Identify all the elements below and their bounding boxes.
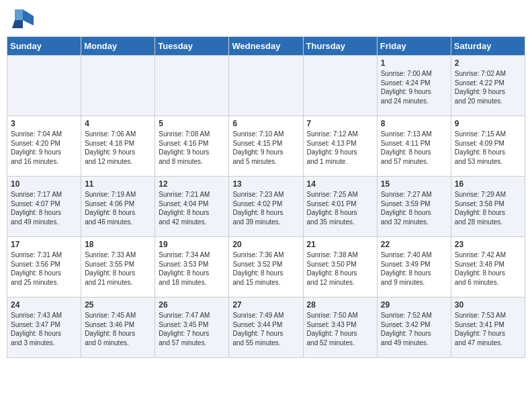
day-info: Sunrise: 7:47 AM Sunset: 3:45 PM Dayligh… bbox=[159, 311, 225, 347]
day-number: 23 bbox=[455, 240, 521, 249]
day-info: Sunrise: 7:29 AM Sunset: 3:58 PM Dayligh… bbox=[455, 190, 521, 226]
day-number: 15 bbox=[381, 179, 447, 189]
calendar-cell bbox=[303, 56, 377, 116]
day-info: Sunrise: 7:45 AM Sunset: 3:46 PM Dayligh… bbox=[85, 311, 151, 347]
calendar-cell bbox=[229, 56, 303, 116]
day-number: 10 bbox=[11, 179, 77, 189]
day-info: Sunrise: 7:19 AM Sunset: 4:06 PM Dayligh… bbox=[85, 190, 151, 226]
day-number: 29 bbox=[381, 300, 447, 310]
logo bbox=[9, 7, 36, 31]
day-number: 28 bbox=[307, 300, 373, 310]
calendar-cell: 24Sunrise: 7:43 AM Sunset: 3:47 PM Dayli… bbox=[7, 298, 81, 358]
svg-marker-1 bbox=[15, 9, 23, 20]
calendar-cell: 15Sunrise: 7:27 AM Sunset: 3:59 PM Dayli… bbox=[377, 177, 451, 237]
day-number: 14 bbox=[307, 179, 373, 189]
day-info: Sunrise: 7:08 AM Sunset: 4:16 PM Dayligh… bbox=[159, 130, 225, 166]
calendar-cell: 2Sunrise: 7:02 AM Sunset: 4:22 PM Daylig… bbox=[451, 56, 525, 116]
day-number: 13 bbox=[232, 179, 299, 189]
day-number: 1 bbox=[381, 58, 447, 68]
day-info: Sunrise: 7:17 AM Sunset: 4:07 PM Dayligh… bbox=[11, 190, 77, 226]
day-number: 21 bbox=[307, 240, 373, 249]
day-number: 2 bbox=[455, 58, 521, 68]
calendar-cell: 11Sunrise: 7:19 AM Sunset: 4:06 PM Dayli… bbox=[81, 177, 155, 237]
weekday-header-thursday: Thursday bbox=[303, 37, 377, 56]
day-number: 4 bbox=[85, 119, 151, 128]
calendar-cell: 7Sunrise: 7:12 AM Sunset: 4:13 PM Daylig… bbox=[303, 116, 377, 177]
weekday-header-friday: Friday bbox=[377, 37, 451, 56]
page-header bbox=[7, 7, 525, 31]
day-number: 27 bbox=[232, 300, 299, 310]
weekday-header-row: SundayMondayTuesdayWednesdayThursdayFrid… bbox=[7, 37, 525, 56]
day-info: Sunrise: 7:25 AM Sunset: 4:01 PM Dayligh… bbox=[307, 190, 373, 226]
calendar-cell: 1Sunrise: 7:00 AM Sunset: 4:24 PM Daylig… bbox=[377, 56, 451, 116]
day-number: 9 bbox=[455, 119, 521, 128]
calendar-cell: 16Sunrise: 7:29 AM Sunset: 3:58 PM Dayli… bbox=[451, 177, 525, 237]
day-info: Sunrise: 7:06 AM Sunset: 4:18 PM Dayligh… bbox=[85, 130, 151, 166]
calendar-cell: 6Sunrise: 7:10 AM Sunset: 4:15 PM Daylig… bbox=[229, 116, 303, 177]
day-number: 17 bbox=[11, 240, 77, 249]
calendar-cell: 20Sunrise: 7:36 AM Sunset: 3:52 PM Dayli… bbox=[229, 237, 303, 298]
calendar-cell: 9Sunrise: 7:15 AM Sunset: 4:09 PM Daylig… bbox=[451, 116, 525, 177]
calendar-cell: 21Sunrise: 7:38 AM Sunset: 3:50 PM Dayli… bbox=[303, 237, 377, 298]
svg-marker-0 bbox=[23, 9, 34, 26]
day-number: 16 bbox=[455, 179, 521, 189]
day-number: 19 bbox=[159, 240, 225, 249]
day-info: Sunrise: 7:27 AM Sunset: 3:59 PM Dayligh… bbox=[381, 190, 447, 226]
day-number: 7 bbox=[307, 119, 373, 128]
day-number: 3 bbox=[11, 119, 77, 128]
day-info: Sunrise: 7:53 AM Sunset: 3:41 PM Dayligh… bbox=[455, 311, 521, 347]
week-row-3: 17Sunrise: 7:31 AM Sunset: 3:56 PM Dayli… bbox=[7, 237, 525, 298]
calendar-cell: 4Sunrise: 7:06 AM Sunset: 4:18 PM Daylig… bbox=[81, 116, 155, 177]
day-number: 25 bbox=[85, 300, 151, 310]
day-number: 20 bbox=[232, 240, 299, 249]
week-row-4: 24Sunrise: 7:43 AM Sunset: 3:47 PM Dayli… bbox=[7, 298, 525, 358]
calendar-header: SundayMondayTuesdayWednesdayThursdayFrid… bbox=[7, 37, 525, 56]
svg-marker-2 bbox=[12, 20, 23, 28]
calendar-cell: 3Sunrise: 7:04 AM Sunset: 4:20 PM Daylig… bbox=[7, 116, 81, 177]
calendar-cell bbox=[81, 56, 155, 116]
day-number: 26 bbox=[159, 300, 225, 310]
weekday-header-monday: Monday bbox=[81, 37, 155, 56]
calendar-cell: 5Sunrise: 7:08 AM Sunset: 4:16 PM Daylig… bbox=[155, 116, 229, 177]
day-info: Sunrise: 7:02 AM Sunset: 4:22 PM Dayligh… bbox=[455, 69, 521, 105]
day-info: Sunrise: 7:13 AM Sunset: 4:11 PM Dayligh… bbox=[381, 130, 447, 166]
calendar-cell: 18Sunrise: 7:33 AM Sunset: 3:55 PM Dayli… bbox=[81, 237, 155, 298]
logo-icon bbox=[9, 7, 34, 31]
day-info: Sunrise: 7:49 AM Sunset: 3:44 PM Dayligh… bbox=[232, 311, 299, 347]
weekday-header-tuesday: Tuesday bbox=[155, 37, 229, 56]
calendar-cell: 17Sunrise: 7:31 AM Sunset: 3:56 PM Dayli… bbox=[7, 237, 81, 298]
day-number: 24 bbox=[11, 300, 77, 310]
day-number: 12 bbox=[159, 179, 225, 189]
day-info: Sunrise: 7:36 AM Sunset: 3:52 PM Dayligh… bbox=[232, 250, 299, 287]
day-info: Sunrise: 7:12 AM Sunset: 4:13 PM Dayligh… bbox=[307, 130, 373, 166]
calendar-body: 1Sunrise: 7:00 AM Sunset: 4:24 PM Daylig… bbox=[7, 56, 525, 358]
calendar-cell: 27Sunrise: 7:49 AM Sunset: 3:44 PM Dayli… bbox=[229, 298, 303, 358]
day-number: 18 bbox=[85, 240, 151, 249]
calendar-cell: 10Sunrise: 7:17 AM Sunset: 4:07 PM Dayli… bbox=[7, 177, 81, 237]
calendar-cell: 12Sunrise: 7:21 AM Sunset: 4:04 PM Dayli… bbox=[155, 177, 229, 237]
day-info: Sunrise: 7:15 AM Sunset: 4:09 PM Dayligh… bbox=[455, 130, 521, 166]
day-number: 30 bbox=[455, 300, 521, 310]
day-number: 5 bbox=[159, 119, 225, 128]
day-info: Sunrise: 7:40 AM Sunset: 3:49 PM Dayligh… bbox=[381, 250, 447, 287]
calendar-table: SundayMondayTuesdayWednesdayThursdayFrid… bbox=[7, 36, 525, 358]
day-info: Sunrise: 7:33 AM Sunset: 3:55 PM Dayligh… bbox=[85, 250, 151, 287]
calendar-cell: 19Sunrise: 7:34 AM Sunset: 3:53 PM Dayli… bbox=[155, 237, 229, 298]
day-info: Sunrise: 7:23 AM Sunset: 4:02 PM Dayligh… bbox=[232, 190, 299, 226]
day-number: 8 bbox=[381, 119, 447, 128]
calendar-cell: 13Sunrise: 7:23 AM Sunset: 4:02 PM Dayli… bbox=[229, 177, 303, 237]
day-info: Sunrise: 7:43 AM Sunset: 3:47 PM Dayligh… bbox=[11, 311, 77, 347]
day-info: Sunrise: 7:10 AM Sunset: 4:15 PM Dayligh… bbox=[232, 130, 299, 166]
day-info: Sunrise: 7:04 AM Sunset: 4:20 PM Dayligh… bbox=[11, 130, 77, 166]
day-number: 6 bbox=[232, 119, 299, 128]
calendar-cell bbox=[155, 56, 229, 116]
calendar-cell: 23Sunrise: 7:42 AM Sunset: 3:48 PM Dayli… bbox=[451, 237, 525, 298]
day-info: Sunrise: 7:34 AM Sunset: 3:53 PM Dayligh… bbox=[159, 250, 225, 287]
week-row-2: 10Sunrise: 7:17 AM Sunset: 4:07 PM Dayli… bbox=[7, 177, 525, 237]
calendar-cell: 26Sunrise: 7:47 AM Sunset: 3:45 PM Dayli… bbox=[155, 298, 229, 358]
day-info: Sunrise: 7:38 AM Sunset: 3:50 PM Dayligh… bbox=[307, 250, 373, 287]
day-info: Sunrise: 7:31 AM Sunset: 3:56 PM Dayligh… bbox=[11, 250, 77, 287]
calendar-cell: 30Sunrise: 7:53 AM Sunset: 3:41 PM Dayli… bbox=[451, 298, 525, 358]
day-info: Sunrise: 7:50 AM Sunset: 3:43 PM Dayligh… bbox=[307, 311, 373, 347]
day-number: 22 bbox=[381, 240, 447, 249]
